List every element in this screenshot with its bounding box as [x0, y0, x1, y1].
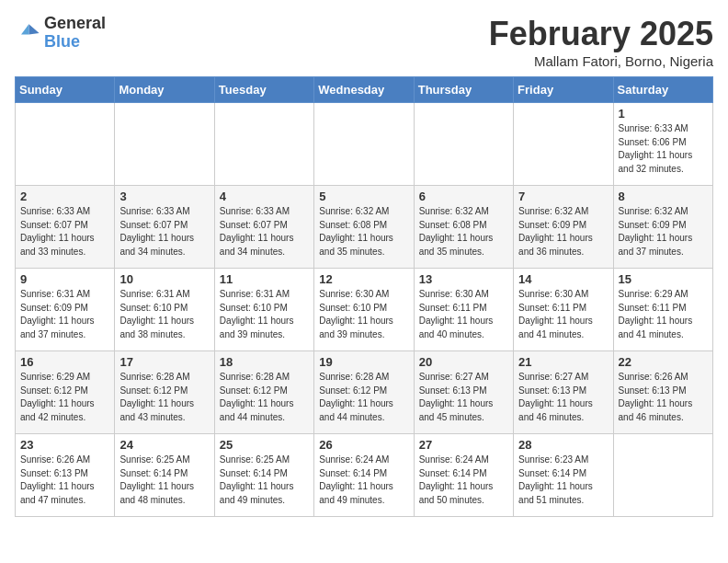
- calendar-cell: 24Sunrise: 6:25 AM Sunset: 6:14 PM Dayli…: [115, 434, 214, 517]
- day-info: Sunrise: 6:31 AM Sunset: 6:10 PM Dayligh…: [220, 288, 309, 341]
- day-number: 17: [119, 355, 209, 369]
- calendar-cell: 4Sunrise: 6:33 AM Sunset: 6:07 PM Daylig…: [214, 186, 313, 269]
- day-info: Sunrise: 6:27 AM Sunset: 6:13 PM Dayligh…: [518, 371, 608, 424]
- day-info: Sunrise: 6:24 AM Sunset: 6:14 PM Dayligh…: [419, 454, 508, 507]
- day-number: 20: [419, 355, 508, 369]
- day-info: Sunrise: 6:28 AM Sunset: 6:12 PM Dayligh…: [119, 371, 209, 424]
- calendar-cell: 6Sunrise: 6:32 AM Sunset: 6:08 PM Daylig…: [414, 186, 513, 269]
- day-number: 2: [20, 190, 109, 203]
- day-info: Sunrise: 6:28 AM Sunset: 6:12 PM Dayligh…: [319, 371, 408, 424]
- day-number: 21: [518, 355, 608, 369]
- calendar-cell: [514, 103, 613, 186]
- svg-marker-1: [28, 24, 39, 34]
- calendar-cell: 10Sunrise: 6:31 AM Sunset: 6:10 PM Dayli…: [115, 269, 214, 351]
- day-info: Sunrise: 6:29 AM Sunset: 6:11 PM Dayligh…: [619, 288, 708, 341]
- calendar-cell: [613, 434, 712, 517]
- day-number: 19: [319, 355, 408, 369]
- logo-general: General: [44, 15, 106, 33]
- calendar-cell: 5Sunrise: 6:32 AM Sunset: 6:08 PM Daylig…: [314, 186, 414, 269]
- day-number: 1: [619, 107, 708, 121]
- calendar-cell: 22Sunrise: 6:26 AM Sunset: 6:13 PM Dayli…: [613, 351, 712, 434]
- weekday-header: Wednesday: [314, 77, 414, 103]
- day-info: Sunrise: 6:32 AM Sunset: 6:08 PM Dayligh…: [319, 205, 408, 259]
- calendar-cell: 9Sunrise: 6:31 AM Sunset: 6:09 PM Daylig…: [16, 269, 115, 351]
- day-number: 3: [119, 190, 209, 203]
- calendar-week-row: 9Sunrise: 6:31 AM Sunset: 6:09 PM Daylig…: [16, 269, 713, 351]
- calendar-cell: [214, 103, 313, 186]
- weekday-header: Saturday: [613, 77, 712, 103]
- day-info: Sunrise: 6:28 AM Sunset: 6:12 PM Dayligh…: [220, 371, 309, 424]
- day-number: 25: [220, 438, 309, 452]
- calendar-cell: 13Sunrise: 6:30 AM Sunset: 6:11 PM Dayli…: [414, 269, 513, 351]
- day-info: Sunrise: 6:33 AM Sunset: 6:06 PM Dayligh…: [619, 122, 708, 176]
- calendar-week-row: 16Sunrise: 6:29 AM Sunset: 6:12 PM Dayli…: [16, 351, 713, 434]
- calendar-cell: 16Sunrise: 6:29 AM Sunset: 6:12 PM Dayli…: [16, 351, 115, 434]
- calendar-cell: 3Sunrise: 6:33 AM Sunset: 6:07 PM Daylig…: [115, 186, 214, 269]
- day-number: 23: [20, 438, 109, 452]
- day-number: 22: [619, 355, 708, 369]
- day-info: Sunrise: 6:31 AM Sunset: 6:09 PM Dayligh…: [20, 288, 109, 341]
- calendar-cell: 14Sunrise: 6:30 AM Sunset: 6:11 PM Dayli…: [514, 269, 613, 351]
- calendar-cell: 20Sunrise: 6:27 AM Sunset: 6:13 PM Dayli…: [414, 351, 513, 434]
- calendar-cell: 12Sunrise: 6:30 AM Sunset: 6:10 PM Dayli…: [314, 269, 414, 351]
- day-number: 8: [619, 190, 708, 203]
- day-info: Sunrise: 6:33 AM Sunset: 6:07 PM Dayligh…: [20, 205, 109, 259]
- day-info: Sunrise: 6:30 AM Sunset: 6:10 PM Dayligh…: [319, 288, 408, 341]
- calendar-cell: 15Sunrise: 6:29 AM Sunset: 6:11 PM Dayli…: [613, 269, 712, 351]
- day-info: Sunrise: 6:32 AM Sunset: 6:09 PM Dayligh…: [518, 205, 608, 259]
- month-title: February 2025: [489, 15, 713, 53]
- day-info: Sunrise: 6:33 AM Sunset: 6:07 PM Dayligh…: [119, 205, 209, 259]
- weekday-header: Friday: [514, 77, 613, 103]
- calendar-cell: [16, 103, 115, 186]
- logo: General Blue: [15, 15, 106, 52]
- calendar-cell: 27Sunrise: 6:24 AM Sunset: 6:14 PM Dayli…: [414, 434, 513, 517]
- calendar-cell: 19Sunrise: 6:28 AM Sunset: 6:12 PM Dayli…: [314, 351, 414, 434]
- weekday-header: Tuesday: [214, 77, 313, 103]
- calendar-cell: 26Sunrise: 6:24 AM Sunset: 6:14 PM Dayli…: [314, 434, 414, 517]
- day-info: Sunrise: 6:31 AM Sunset: 6:10 PM Dayligh…: [119, 288, 209, 341]
- weekday-header-row: SundayMondayTuesdayWednesdayThursdayFrid…: [16, 77, 713, 103]
- calendar-cell: [414, 103, 513, 186]
- calendar-cell: 8Sunrise: 6:32 AM Sunset: 6:09 PM Daylig…: [613, 186, 712, 269]
- day-number: 5: [319, 190, 408, 203]
- calendar-cell: 7Sunrise: 6:32 AM Sunset: 6:09 PM Daylig…: [514, 186, 613, 269]
- day-number: 11: [220, 272, 309, 286]
- day-info: Sunrise: 6:25 AM Sunset: 6:14 PM Dayligh…: [220, 454, 309, 507]
- day-info: Sunrise: 6:25 AM Sunset: 6:14 PM Dayligh…: [119, 454, 209, 507]
- svg-marker-2: [21, 24, 28, 34]
- logo-blue: Blue: [44, 33, 106, 52]
- day-number: 28: [518, 438, 608, 452]
- calendar-cell: 21Sunrise: 6:27 AM Sunset: 6:13 PM Dayli…: [514, 351, 613, 434]
- calendar-cell: 11Sunrise: 6:31 AM Sunset: 6:10 PM Dayli…: [214, 269, 313, 351]
- day-info: Sunrise: 6:33 AM Sunset: 6:07 PM Dayligh…: [220, 205, 309, 259]
- weekday-header: Monday: [115, 77, 214, 103]
- day-number: 16: [20, 355, 109, 369]
- day-info: Sunrise: 6:32 AM Sunset: 6:08 PM Dayligh…: [419, 205, 508, 259]
- location: Mallam Fatori, Borno, Nigeria: [489, 53, 713, 69]
- calendar-cell: 17Sunrise: 6:28 AM Sunset: 6:12 PM Dayli…: [115, 351, 214, 434]
- calendar-week-row: 2Sunrise: 6:33 AM Sunset: 6:07 PM Daylig…: [16, 186, 713, 269]
- calendar-cell: [314, 103, 414, 186]
- weekday-header: Sunday: [16, 77, 115, 103]
- calendar-cell: 25Sunrise: 6:25 AM Sunset: 6:14 PM Dayli…: [214, 434, 313, 517]
- day-info: Sunrise: 6:30 AM Sunset: 6:11 PM Dayligh…: [518, 288, 608, 341]
- day-number: 4: [220, 190, 309, 203]
- title-block: February 2025 Mallam Fatori, Borno, Nige…: [489, 15, 713, 69]
- day-info: Sunrise: 6:26 AM Sunset: 6:13 PM Dayligh…: [619, 371, 708, 424]
- calendar-cell: 23Sunrise: 6:26 AM Sunset: 6:13 PM Dayli…: [16, 434, 115, 517]
- day-info: Sunrise: 6:24 AM Sunset: 6:14 PM Dayligh…: [319, 454, 408, 507]
- weekday-header: Thursday: [414, 77, 513, 103]
- day-info: Sunrise: 6:30 AM Sunset: 6:11 PM Dayligh…: [419, 288, 508, 341]
- day-number: 6: [419, 190, 508, 203]
- calendar-cell: [115, 103, 214, 186]
- day-number: 13: [419, 272, 508, 286]
- day-number: 27: [419, 438, 508, 452]
- day-info: Sunrise: 6:32 AM Sunset: 6:09 PM Dayligh…: [619, 205, 708, 259]
- day-number: 18: [220, 355, 309, 369]
- day-number: 24: [119, 438, 209, 452]
- calendar-cell: 2Sunrise: 6:33 AM Sunset: 6:07 PM Daylig…: [16, 186, 115, 269]
- day-number: 10: [119, 272, 209, 286]
- calendar-cell: 18Sunrise: 6:28 AM Sunset: 6:12 PM Dayli…: [214, 351, 313, 434]
- day-number: 15: [619, 272, 708, 286]
- calendar-cell: 1Sunrise: 6:33 AM Sunset: 6:06 PM Daylig…: [613, 103, 712, 186]
